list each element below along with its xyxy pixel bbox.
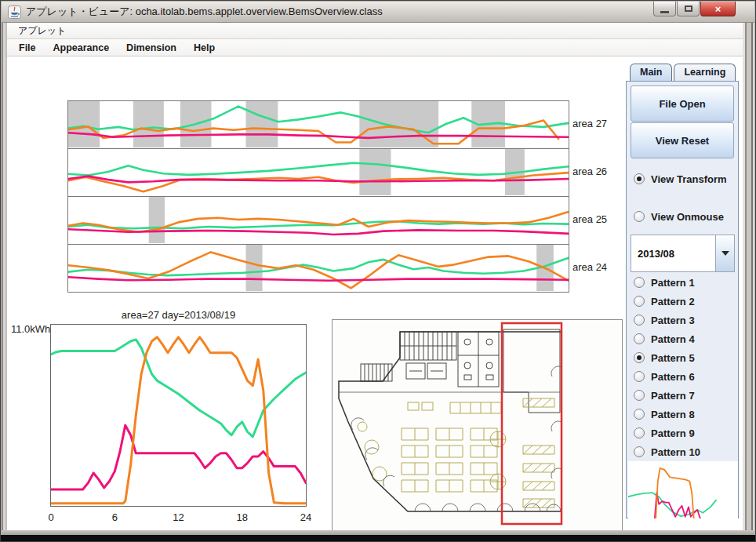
tab-main[interactable]: Main bbox=[630, 64, 672, 82]
minimize-button[interactable] bbox=[653, 2, 676, 16]
area-label: area 26 bbox=[572, 166, 607, 181]
radio-pattern-9[interactable]: Pattern 9 bbox=[634, 424, 695, 442]
floorplan-outline bbox=[339, 332, 562, 511]
radio-view-onmouse[interactable]: View Onmouse bbox=[634, 207, 724, 226]
selected-area-highlight bbox=[502, 323, 562, 524]
radio-icon bbox=[634, 427, 645, 438]
app-menu-bar: File Appearance Dimension Help bbox=[7, 39, 744, 56]
floor-plan[interactable] bbox=[332, 319, 623, 533]
menu-help[interactable]: Help bbox=[187, 41, 221, 55]
radio-icon bbox=[634, 173, 645, 184]
radio-pattern-1[interactable]: Pattern 1 bbox=[634, 273, 695, 292]
x-tick-label: 24 bbox=[296, 511, 316, 523]
x-tick-label: 18 bbox=[232, 511, 253, 523]
window-title: アプレット・ビューア: ocha.itolab.bems.applet.over… bbox=[26, 5, 383, 19]
radio-icon bbox=[634, 371, 645, 382]
radio-pattern-4[interactable]: Pattern 4 bbox=[634, 329, 695, 348]
radio-pattern-6[interactable]: Pattern 6 bbox=[634, 367, 695, 386]
x-tick-label: 0 bbox=[41, 511, 61, 523]
month-select[interactable]: 2013/08 bbox=[631, 235, 735, 272]
radio-pattern-2[interactable]: Pattern 2 bbox=[634, 292, 695, 311]
stairs-block bbox=[361, 332, 456, 381]
overview-chart[interactable] bbox=[67, 100, 569, 296]
main-tab-panel: File Open View Reset View Transform View… bbox=[626, 81, 739, 518]
applet-menu-bar: アプレット bbox=[7, 23, 744, 39]
radio-icon bbox=[634, 446, 645, 457]
area-label: area 27 bbox=[572, 118, 607, 133]
door-arcs bbox=[351, 366, 562, 511]
maximize-button[interactable] bbox=[677, 2, 700, 16]
panel-tabs: Main Learning bbox=[630, 64, 737, 82]
title-bar[interactable]: アプレット・ビューア: ocha.itolab.bems.applet.over… bbox=[2, 2, 754, 23]
radio-icon bbox=[634, 211, 645, 222]
chevron-down-icon bbox=[721, 251, 729, 256]
view-reset-button[interactable]: View Reset bbox=[631, 122, 734, 158]
radio-icon bbox=[634, 390, 645, 401]
detail-chart-title: area=27 day=2013/08/19 bbox=[50, 309, 307, 321]
month-select-value: 2013/08 bbox=[631, 235, 715, 271]
tab-learning[interactable]: Learning bbox=[674, 64, 736, 82]
close-icon: × bbox=[715, 3, 721, 15]
radio-icon bbox=[634, 352, 645, 363]
minimize-icon bbox=[660, 11, 669, 13]
pattern-preview-chart[interactable] bbox=[628, 461, 738, 518]
radio-icon bbox=[634, 296, 645, 307]
menu-applet[interactable]: アプレット bbox=[13, 23, 71, 39]
radio-pattern-3[interactable]: Pattern 3 bbox=[634, 311, 695, 329]
restroom-block bbox=[458, 332, 499, 387]
radio-pattern-8[interactable]: Pattern 8 bbox=[634, 405, 695, 424]
month-select-dropdown-button[interactable] bbox=[715, 235, 734, 271]
window-frame-right bbox=[743, 23, 754, 530]
area-label: area 25 bbox=[572, 213, 607, 229]
x-tick-label: 6 bbox=[104, 511, 125, 523]
radio-icon bbox=[634, 333, 645, 344]
detail-chart[interactable]: area=27 day=2013/08/19 11.0kWh 06121824 bbox=[11, 309, 313, 537]
radio-icon bbox=[634, 277, 645, 288]
radio-view-transform[interactable]: View Transform bbox=[634, 169, 727, 188]
os-taskbar bbox=[1, 535, 755, 541]
radio-pattern-5[interactable]: Pattern 5 bbox=[634, 348, 695, 367]
menu-appearance[interactable]: Appearance bbox=[47, 41, 116, 55]
menu-dimension[interactable]: Dimension bbox=[120, 41, 183, 55]
java-icon bbox=[8, 5, 21, 19]
elevator-block bbox=[406, 363, 446, 379]
x-tick-label: 12 bbox=[169, 511, 189, 523]
file-open-button[interactable]: File Open bbox=[631, 85, 734, 122]
applet-viewer-window: アプレット・ビューア: ocha.itolab.bems.applet.over… bbox=[0, 0, 756, 542]
shelf-racks bbox=[523, 398, 554, 507]
close-button[interactable]: × bbox=[700, 2, 736, 16]
area-label: area 24 bbox=[572, 261, 607, 277]
desk-clusters bbox=[358, 402, 506, 492]
menu-file[interactable]: File bbox=[13, 41, 42, 55]
radio-pattern-7[interactable]: Pattern 7 bbox=[634, 386, 695, 405]
radio-icon bbox=[634, 409, 645, 420]
detail-y-axis-label: 11.0kWh bbox=[11, 323, 50, 335]
window-frame-left bbox=[2, 23, 7, 530]
radio-pattern-10[interactable]: Pattern 10 bbox=[634, 442, 700, 461]
radio-icon bbox=[634, 315, 645, 326]
maximize-icon bbox=[685, 5, 692, 12]
applet-canvas: area 27area 26area 25area 24 area=27 day… bbox=[7, 56, 744, 532]
